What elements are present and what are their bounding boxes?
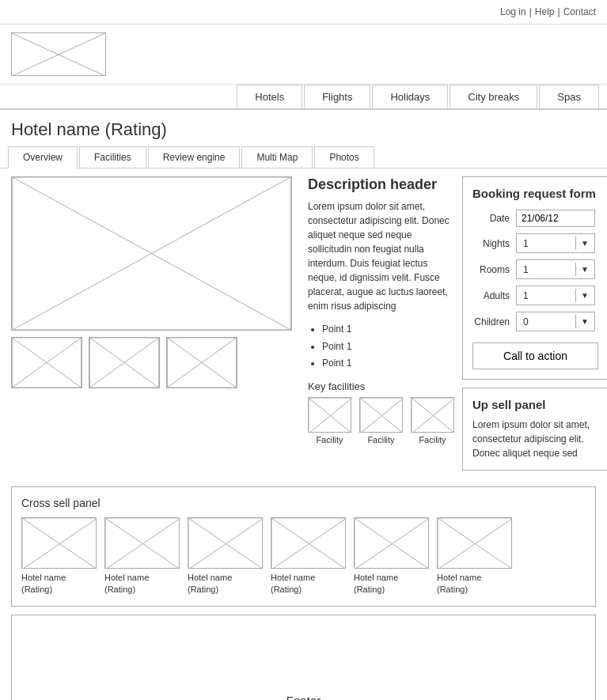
crosssell-label-5: Hotel name(Rating) — [354, 572, 398, 596]
rooms-arrow: ▼ — [575, 263, 593, 276]
login-link[interactable]: Log in — [500, 6, 526, 17]
date-row: Date — [472, 210, 598, 227]
header — [0, 25, 607, 85]
crosssell-image-6 — [437, 517, 512, 569]
footer: Footer — [11, 615, 596, 700]
crosssell-section: Cross sell panel Hotel name(Rating) Hote — [11, 486, 596, 607]
facility-label-1: Facility — [316, 435, 343, 445]
children-select[interactable]: 0 ▼ — [516, 312, 595, 331]
contact-link[interactable]: Contact — [563, 6, 596, 17]
facility-label-2: Facility — [367, 435, 394, 445]
crosssell-image-3 — [188, 517, 263, 569]
upsell-title: Up sell panel — [472, 398, 598, 411]
facilities-label: Key facilities — [308, 380, 454, 392]
facility-item-2: Facility — [359, 397, 403, 445]
adults-select[interactable]: 1 ▼ — [516, 286, 595, 305]
nav-tab-holidays[interactable]: Holidays — [372, 85, 448, 108]
description-body: Lorem ipsum dolor sit amet, consectetur … — [308, 199, 454, 313]
rooms-select[interactable]: 1 ▼ — [516, 259, 595, 279]
crosssell-label-4: Hotel name(Rating) — [271, 572, 315, 596]
main-image — [11, 176, 292, 331]
nights-select[interactable]: 1 ▼ — [516, 233, 595, 253]
top-bar: Log in | Help | Contact — [0, 0, 607, 25]
cta-button[interactable]: Call to action — [472, 342, 598, 369]
nights-value: 1 — [518, 238, 529, 249]
help-link[interactable]: Help — [535, 6, 555, 17]
crosssell-label-2: Hotel name(Rating) — [104, 572, 149, 596]
adults-value: 1 — [518, 290, 529, 301]
crosssell-image-5 — [354, 517, 429, 569]
crosssell-item-1: Hotel name(Rating) — [21, 517, 97, 596]
upsell-panel: Up sell panel Lorem ipsum dolor sit amet… — [462, 388, 607, 471]
nav-tab-spas[interactable]: Spas — [539, 85, 599, 108]
crosssell-image-2 — [104, 517, 180, 569]
crosssell-items: Hotel name(Rating) Hotel name(Rating) — [21, 517, 586, 596]
adults-arrow: ▼ — [575, 289, 593, 302]
crosssell-item-4: Hotel name(Rating) — [271, 517, 346, 596]
bullet-point-2: Point 1 — [322, 339, 454, 356]
left-column: Description header Lorem ipsum dolor sit… — [11, 176, 454, 471]
nav-tab-flights[interactable]: Flights — [304, 85, 370, 108]
crosssell-image-1 — [21, 517, 97, 569]
thumbnail-1 — [11, 337, 82, 388]
booking-form-title: Booking request form — [472, 187, 598, 200]
nights-label: Nights — [472, 238, 516, 249]
sub-tabs: Overview Facilities Review engine Multi … — [0, 146, 607, 168]
crosssell-item-2: Hotel name(Rating) — [104, 517, 180, 596]
nights-row: Nights 1 ▼ — [472, 233, 598, 253]
adults-row: Adults 1 ▼ — [472, 286, 598, 305]
subtab-photos[interactable]: Photos — [314, 146, 374, 168]
rooms-label: Rooms — [472, 264, 516, 275]
bullet-list: Point 1 Point 1 Point 1 — [316, 321, 454, 373]
thumbnail-row — [11, 337, 292, 388]
separator2: | — [558, 6, 560, 17]
content-row: Description header Lorem ipsum dolor sit… — [11, 176, 454, 445]
page-title: Hotel name (Rating) — [0, 110, 607, 146]
description-section: Description header Lorem ipsum dolor sit… — [300, 176, 454, 445]
thumbnail-3 — [166, 337, 237, 388]
date-label: Date — [472, 213, 516, 224]
crosssell-label-3: Hotel name(Rating) — [188, 572, 232, 596]
facility-image-3 — [411, 397, 454, 433]
main-nav: Hotels Flights Holidays City breaks Spas — [0, 85, 607, 110]
rooms-value: 1 — [518, 264, 529, 275]
adults-label: Adults — [472, 290, 516, 301]
children-row: Children 0 ▼ — [472, 312, 598, 331]
nav-tab-citybreaks[interactable]: City breaks — [450, 85, 537, 108]
right-column: Booking request form Date Nights 1 ▼ Roo… — [462, 176, 607, 471]
booking-form: Booking request form Date Nights 1 ▼ Roo… — [462, 176, 607, 380]
nights-arrow: ▼ — [575, 236, 593, 250]
crosssell-label-6: Hotel name(Rating) — [437, 572, 481, 596]
children-label: Children — [472, 316, 516, 327]
image-column — [11, 176, 292, 445]
rooms-row: Rooms 1 ▼ — [472, 259, 598, 279]
crosssell-item-3: Hotel name(Rating) — [188, 517, 263, 596]
logo — [11, 32, 106, 76]
description-header: Description header — [308, 176, 454, 193]
subtab-review[interactable]: Review engine — [148, 146, 241, 168]
subtab-multimap[interactable]: Multi Map — [241, 146, 313, 168]
crosssell-item-6: Hotel name(Rating) — [437, 517, 512, 596]
crosssell-item-5: Hotel name(Rating) — [354, 517, 429, 596]
facilities-section: Key facilities Facility — [308, 380, 454, 445]
thumbnail-2 — [89, 337, 160, 388]
main-content: Description header Lorem ipsum dolor sit… — [0, 168, 607, 479]
crosssell-title: Cross sell panel — [21, 497, 586, 509]
crosssell-image-4 — [271, 517, 346, 569]
subtab-facilities[interactable]: Facilities — [79, 146, 146, 168]
children-arrow: ▼ — [575, 315, 593, 328]
nav-tab-hotels[interactable]: Hotels — [237, 85, 302, 108]
date-input[interactable] — [516, 210, 595, 227]
separator1: | — [529, 6, 532, 17]
facility-item-3: Facility — [411, 397, 454, 445]
facilities-icons: Facility Facility — [308, 397, 454, 445]
facility-image-1 — [308, 397, 351, 433]
children-value: 0 — [518, 316, 529, 327]
upsell-text: Lorem ipsum dolor sit amet, consectetur … — [472, 418, 598, 460]
subtab-overview[interactable]: Overview — [8, 146, 78, 168]
bullet-point-1: Point 1 — [322, 321, 454, 339]
facility-label-3: Facility — [419, 435, 446, 445]
crosssell-label-1: Hotel name(Rating) — [21, 572, 66, 596]
facility-image-2 — [359, 397, 403, 433]
bullet-point-3: Point 1 — [322, 355, 454, 373]
